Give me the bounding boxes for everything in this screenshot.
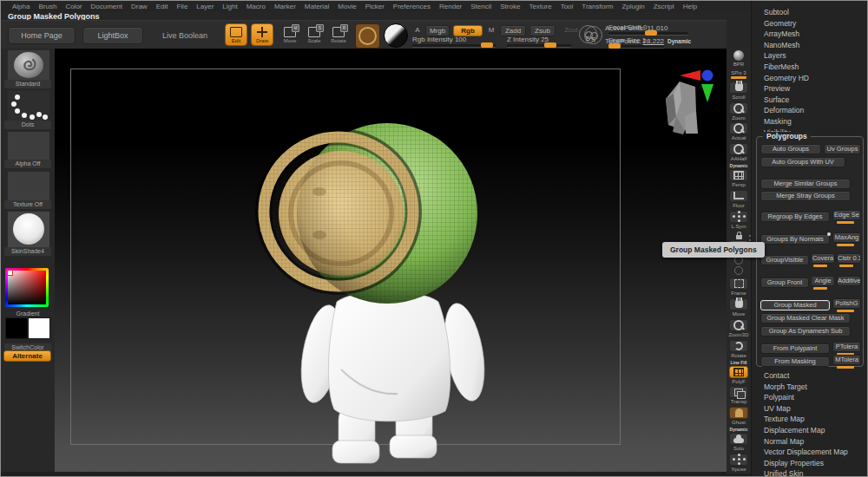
floor-button[interactable]: Floor bbox=[727, 190, 750, 208]
angle-bar[interactable] bbox=[813, 287, 827, 290]
menu-item[interactable]: Zplugin bbox=[619, 3, 647, 10]
group-masked-clear-mask-button[interactable]: Group Masked Clear Mask bbox=[760, 313, 851, 323]
stroke-name-label[interactable]: Dots bbox=[4, 121, 51, 129]
menu-item[interactable]: Macro bbox=[244, 3, 268, 10]
stroke-thumbnail[interactable] bbox=[7, 90, 50, 121]
alternate-button[interactable]: Alternate bbox=[3, 350, 51, 362]
ghost-button[interactable]: Ghost bbox=[727, 407, 750, 425]
angle-slider[interactable]: Angle bbox=[811, 276, 835, 286]
color-picker[interactable] bbox=[5, 268, 49, 307]
tool-panel-section[interactable]: Contact bbox=[764, 370, 868, 382]
p-tolerance-slider[interactable]: PTolera bbox=[832, 342, 861, 352]
dynamic-ring-icon[interactable]: D bbox=[579, 25, 597, 43]
mini-toggles[interactable] bbox=[727, 256, 750, 275]
menu-item[interactable]: Layer bbox=[194, 3, 216, 10]
menu-item[interactable]: Light bbox=[220, 3, 240, 10]
focal-shift-track[interactable] bbox=[608, 32, 688, 36]
sphere-head[interactable] bbox=[257, 123, 477, 304]
menu-item[interactable]: Draw bbox=[128, 3, 150, 10]
coverage-bar[interactable] bbox=[813, 265, 827, 267]
tool-panel-section[interactable]: NanoMesh bbox=[764, 40, 868, 51]
lightbox-button[interactable]: LightBox bbox=[82, 27, 143, 44]
tool-panel-section[interactable]: Layers bbox=[764, 50, 868, 62]
menu-item[interactable]: Brush bbox=[36, 3, 59, 10]
main-color-swatch[interactable] bbox=[5, 317, 28, 339]
toy-body[interactable] bbox=[294, 291, 490, 463]
scroll-button[interactable]: Scroll bbox=[727, 82, 750, 100]
merge-stray-groups-button[interactable]: Merge Stray Groups bbox=[760, 191, 851, 201]
tool-panel-section[interactable]: Subtool bbox=[764, 7, 868, 18]
z-intensity-handle[interactable] bbox=[544, 42, 556, 48]
menu-item[interactable]: Render bbox=[437, 3, 464, 10]
menu-item[interactable]: Document bbox=[89, 3, 125, 10]
zoom-3d-button[interactable]: Zoom3D bbox=[727, 319, 750, 337]
material-name-label[interactable]: SkinShade4 bbox=[4, 247, 51, 256]
local-symmetry-button[interactable]: L.Sym bbox=[727, 211, 750, 229]
draw-button[interactable]: Draw bbox=[251, 23, 273, 46]
viewport-canvas[interactable] bbox=[55, 49, 727, 474]
move-button[interactable]: M Move bbox=[279, 23, 301, 46]
tool-panel-section[interactable]: Texture Map bbox=[764, 414, 868, 425]
sculpt-model[interactable] bbox=[55, 49, 727, 474]
edge-sensitivity-slider[interactable]: Edge Se bbox=[832, 210, 861, 220]
additive-button[interactable]: Additive bbox=[837, 276, 861, 286]
alpha-thumbnail[interactable] bbox=[7, 131, 50, 161]
persp-button[interactable]: Dynamic Persp bbox=[727, 164, 750, 187]
menu-item[interactable]: Color bbox=[62, 3, 84, 10]
menu-item[interactable]: Transform bbox=[579, 3, 615, 10]
texture-name-label[interactable]: Texture Off bbox=[4, 200, 51, 209]
rgb-intensity-track[interactable] bbox=[412, 44, 496, 48]
menu-item[interactable]: Marker bbox=[272, 3, 299, 10]
current-brush-button[interactable] bbox=[355, 23, 380, 49]
actual-button[interactable]: Actual bbox=[727, 122, 750, 140]
menu-item[interactable]: Movie bbox=[335, 3, 358, 10]
move-3d-button[interactable]: Move bbox=[727, 298, 750, 317]
group-visible-button[interactable]: GroupVisible bbox=[760, 255, 809, 265]
secondary-color-swatch[interactable] bbox=[28, 317, 50, 339]
material-thumbnail[interactable] bbox=[7, 211, 50, 248]
brush-thumbnail[interactable] bbox=[7, 49, 50, 81]
z-intensity-slider[interactable]: Z Intensity 25 bbox=[507, 36, 571, 48]
menu-item[interactable]: Material bbox=[302, 3, 332, 10]
menu-item[interactable]: Tool bbox=[558, 3, 576, 10]
auto-groups-button[interactable]: Auto Groups bbox=[760, 144, 821, 154]
cluster-slider[interactable]: Clstr 0.1 bbox=[837, 253, 861, 264]
from-polypaint-button[interactable]: From Polypaint bbox=[760, 343, 830, 354]
polish-groups-bar[interactable] bbox=[837, 310, 854, 312]
regroup-by-edges-button[interactable]: Regroup By Edges bbox=[760, 212, 830, 222]
zoom-button[interactable]: Zoom bbox=[727, 102, 750, 121]
max-angle-slider[interactable]: MaxAng bbox=[832, 232, 861, 243]
polyframe-button[interactable]: Line Fill PolyF bbox=[727, 361, 750, 384]
groups-by-normals-radio[interactable] bbox=[827, 232, 831, 236]
m-tolerance-bar[interactable] bbox=[837, 366, 854, 369]
auto-groups-with-uv-button[interactable]: Auto Groups With UV bbox=[760, 157, 845, 167]
mini-toggle-icon[interactable] bbox=[734, 266, 743, 275]
z-intensity-track[interactable] bbox=[507, 44, 571, 48]
current-material-button[interactable] bbox=[384, 23, 408, 48]
menu-item[interactable]: Picker bbox=[363, 3, 387, 10]
tool-panel-section[interactable]: Surface bbox=[764, 95, 868, 106]
solo-button[interactable]: Dynamic Solo bbox=[727, 428, 750, 451]
menu-item[interactable]: Alpha bbox=[10, 3, 32, 10]
uv-groups-button[interactable]: Uv Groups bbox=[824, 144, 861, 154]
group-front-button[interactable]: Group Front bbox=[760, 278, 809, 288]
menu-item[interactable]: Zscript bbox=[651, 3, 677, 10]
scale-button[interactable]: S Scale bbox=[303, 23, 326, 46]
edit-button[interactable]: Edit bbox=[225, 23, 247, 46]
tool-panel-section[interactable]: Displacement Map bbox=[764, 425, 868, 436]
tool-panel-section[interactable]: Unified Skin bbox=[764, 468, 868, 477]
max-angle-bar[interactable] bbox=[837, 244, 854, 246]
rotate-3d-button[interactable]: Rotate bbox=[727, 340, 750, 358]
saturation-value-square[interactable] bbox=[8, 271, 46, 304]
tool-panel-section[interactable]: Masking bbox=[764, 116, 868, 127]
alpha-name-label[interactable]: Alpha Off bbox=[4, 160, 51, 168]
menu-item[interactable]: Edit bbox=[154, 3, 171, 10]
tool-panel-section[interactable]: Vector Displacement Map bbox=[764, 447, 868, 458]
tool-panel-section[interactable]: Deformation bbox=[764, 105, 868, 116]
menu-item[interactable]: Stencil bbox=[468, 3, 494, 10]
polygroups-title[interactable]: Polygroups bbox=[763, 132, 811, 140]
camera-gizmo[interactable] bbox=[666, 70, 713, 135]
group-as-dynamesh-sub-button[interactable]: Group As Dynamesh Sub bbox=[760, 326, 851, 337]
menu-item[interactable]: Help bbox=[681, 3, 700, 10]
tool-panel-section[interactable]: Display Properties bbox=[764, 458, 868, 469]
